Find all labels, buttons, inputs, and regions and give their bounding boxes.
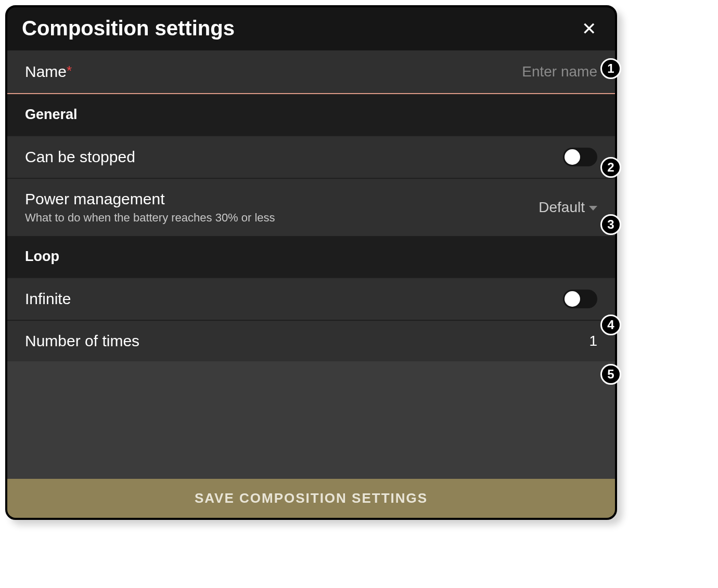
- empty-area: [7, 361, 615, 479]
- power-management-selected: Default: [538, 199, 585, 216]
- callout-5: 5: [600, 364, 621, 385]
- power-management-label-wrap: Power management What to do when the bat…: [25, 190, 275, 225]
- close-icon: ✕: [582, 19, 596, 38]
- power-management-label: Power management: [25, 190, 164, 207]
- section-header-general: General: [7, 94, 615, 135]
- callout-1: 1: [600, 58, 621, 79]
- close-button[interactable]: ✕: [578, 18, 600, 40]
- chevron-down-icon: [589, 206, 597, 211]
- infinite-toggle[interactable]: [563, 290, 597, 308]
- power-management-row: Power management What to do when the bat…: [7, 178, 615, 236]
- callout-4: 4: [600, 315, 621, 335]
- infinite-row: Infinite: [7, 277, 615, 320]
- callout-2: 2: [600, 157, 621, 178]
- dialog-header: Composition settings ✕: [7, 7, 615, 50]
- name-label-wrap: Name*: [25, 63, 72, 81]
- dialog-title: Composition settings: [22, 17, 235, 40]
- number-of-times-input[interactable]: [556, 333, 597, 349]
- number-of-times-label: Number of times: [25, 332, 139, 350]
- name-row: Name*: [7, 50, 615, 94]
- infinite-label: Infinite: [25, 290, 71, 308]
- toggle-knob: [565, 149, 580, 165]
- can-be-stopped-toggle[interactable]: [563, 148, 597, 166]
- name-label: Name: [25, 63, 67, 80]
- number-of-times-row: Number of times: [7, 320, 615, 361]
- composition-settings-dialog: Composition settings ✕ Name* General Can…: [5, 5, 617, 520]
- name-input[interactable]: [311, 63, 597, 80]
- power-management-description: What to do when the battery reaches 30% …: [25, 211, 275, 225]
- section-header-loop: Loop: [7, 236, 615, 277]
- power-management-dropdown[interactable]: Default: [538, 199, 597, 216]
- save-composition-settings-button[interactable]: SAVE COMPOSITION SETTINGS: [7, 479, 615, 518]
- can-be-stopped-row: Can be stopped: [7, 135, 615, 178]
- toggle-knob: [565, 291, 580, 307]
- can-be-stopped-label: Can be stopped: [25, 148, 135, 166]
- required-asterisk: *: [67, 63, 72, 79]
- callout-3: 3: [600, 214, 621, 235]
